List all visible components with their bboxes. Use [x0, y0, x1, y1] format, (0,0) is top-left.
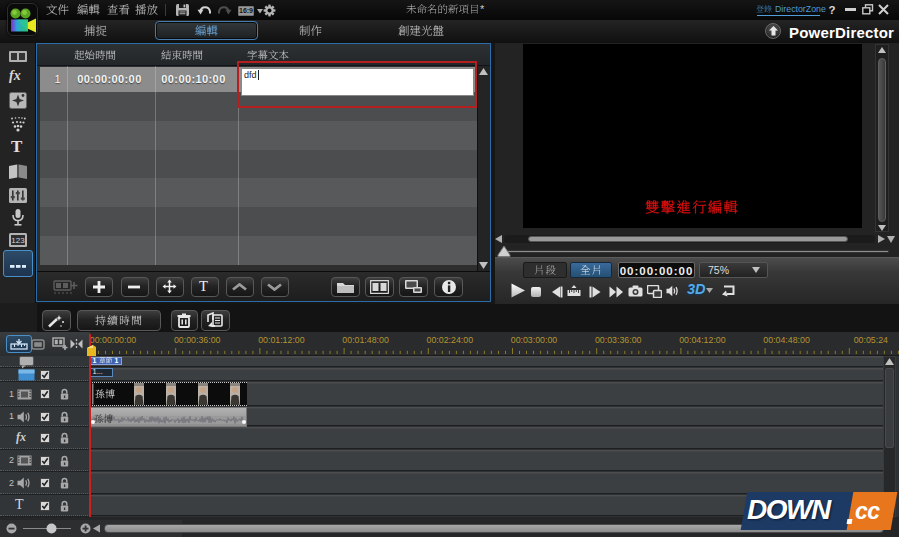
svg-text:00:05:24: 00:05:24	[854, 335, 888, 345]
svg-text:00:01:12:00: 00:01:12:00	[258, 335, 305, 345]
svg-text:00:04:48:00: 00:04:48:00	[763, 335, 810, 345]
svg-text:00:00:00:00: 00:00:00:00	[90, 335, 136, 345]
svg-text:00:03:00:00: 00:03:00:00	[511, 335, 558, 345]
svg-text:00:02:24:00: 00:02:24:00	[427, 335, 474, 345]
svg-text:00:00:36:00: 00:00:36:00	[174, 335, 221, 345]
svg-text:123: 123	[11, 236, 25, 245]
svg-text:00:03:36:00: 00:03:36:00	[595, 335, 642, 345]
svg-text:00:01:48:00: 00:01:48:00	[342, 335, 389, 345]
svg-text:00:04:12:00: 00:04:12:00	[679, 335, 726, 345]
